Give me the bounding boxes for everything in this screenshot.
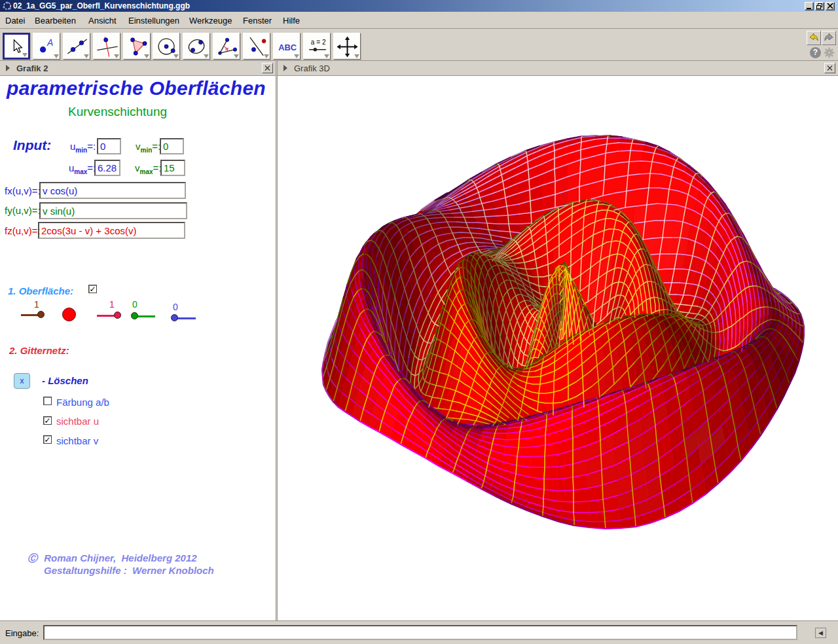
svg-text:α: α bbox=[225, 45, 228, 52]
svg-text:A: A bbox=[46, 38, 53, 48]
svg-text:ABC: ABC bbox=[278, 43, 297, 52]
svg-text:a = 2: a = 2 bbox=[311, 39, 326, 46]
